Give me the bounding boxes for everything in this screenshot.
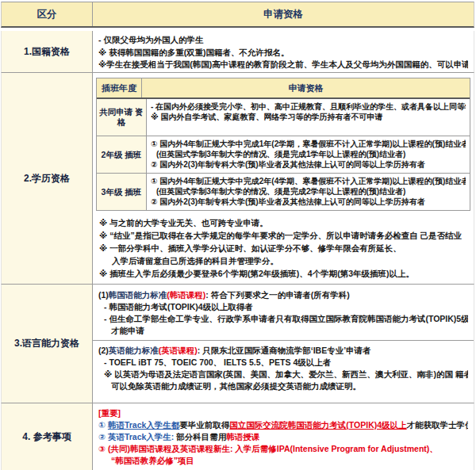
- reference-content: [重要] ①韩语Track入学生都要毕业前取得国立国际交流院韩国语能力考试(TO…: [93, 403, 474, 470]
- reference-label: 4. 参考事项: [2, 403, 93, 470]
- language-label: 3.语言能力资格: [2, 285, 93, 403]
- row-nationality: 1.国籍资格 - 仅限父母均为外国人的学生 ※ 获得韩国国籍的多重(双重)国籍者…: [1, 31, 474, 73]
- korean-line2: - 韩国语能力考试(TOPIK)4级以上取得者: [98, 301, 468, 313]
- transfer-year-table: 插班年度 申请资格 共同申请 资格 - 在国内外必须接受完小学、初中、高中正规教…: [96, 78, 470, 211]
- academic-label: 2.学历资格: [2, 73, 93, 284]
- year2-line1: ① 国内外4年制正规大学中完成1年(2学期，寒暑假班不计入正常学期)以上课程的(…: [151, 139, 466, 149]
- korean-desc: : 符合下列要求之一的申请者(所有学科): [205, 290, 349, 300]
- row-academic: 2.学历资格 插班年度 申请资格 共同申请 资格 - 在国内外必须接受完小学、初…: [1, 73, 474, 285]
- year3-line2: (但英国式学制3年制大学的情况、须是完成2学年以上课程的(预)结业者): [151, 186, 466, 197]
- year3-label: 3年级 插班: [97, 174, 147, 210]
- item2-red: 韩语授课: [226, 432, 259, 441]
- academic-note-5: ※ 插班生入学后必须最少要登录6个学期(第2年级插班)、4个学期(第3年级插班)…: [99, 267, 467, 280]
- academic-notes: ※ 与之前的大学专业无关、也可跨专业申请。 ※ “结业”是指已取得在各大学规定的…: [96, 211, 470, 280]
- nationality-line3: ※学生在接受相当于我国(韩国)高中课程的教育阶段之前、学生本人及父母均为外国国籍…: [98, 59, 468, 71]
- year3-line3: ② 国内外2(3)年制专科大学(预)毕业者及其他法律上认可的同等以上学历持有者: [151, 197, 466, 207]
- table-header-row: 区分 申请资格: [1, 2, 474, 28]
- year3-content: ① 国内外4年制正规大学中完成2年(4学期、寒暑假班不计入正常学期)以上课程的(…: [147, 174, 470, 210]
- header-cell-category: 区分: [2, 2, 93, 26]
- item1-blue-underlined: 韩语Track入学生都: [108, 420, 179, 430]
- important-tag: [重要]: [98, 407, 468, 419]
- item1-black1: 要毕业前取得: [179, 420, 229, 430]
- nationality-line1: - 仅限父母均为外国人的学生: [98, 34, 468, 47]
- item2-black: 部分科目需用: [174, 432, 226, 441]
- language-content: (1)韩国语能力标准(韩语课程): 符合下列要求之一的申请者(所有学科) - 韩…: [93, 285, 474, 403]
- english-line2: - TOEFL iBT 75、TOEIC 700、 IELTS 5.5、PETS…: [98, 357, 468, 369]
- reference-item2: ②英语Track入学生: 部分科目需用韩语授课: [98, 431, 468, 443]
- academic-note-3: ※ 一部分学科中、插班入学学分认证时、如认证学分不够、修学年限会有所延长、: [99, 242, 467, 254]
- nationality-content: - 仅限父母均为外国人的学生 ※ 获得韩国国籍的多重(双重)国籍者、不允许报名。…: [93, 31, 474, 72]
- common-label: 共同申请 资格: [97, 99, 147, 136]
- korean-course-tag: (韩语课程): [167, 290, 205, 300]
- item1-red-underlined: 国立国际交流院韩国语能力考试(TOPIK)4级以上: [229, 420, 406, 430]
- year2-line2: (但英国式学制3年制大学的情况、须是完成1学年以上课程的(预)结业者): [151, 149, 466, 159]
- item1-black2: 才能获取学士学位: [407, 420, 468, 430]
- year2-content: ① 国内外4年制正规大学中完成1年(2学期，寒暑假班不计入正常学期)以上课程的(…: [147, 136, 470, 173]
- transfer-table-header: 插班年度 申请资格: [97, 78, 470, 99]
- inner-header-year: 插班年度: [97, 78, 142, 97]
- reference-item3: ③(共同)韩国语课程及英语课程新生: 入学后需修IPA(Intensive Pr…: [98, 443, 468, 455]
- korean-line3: - 但生命工学部生命工学专业、行政学系申请者只有取得国立国际教育院韩国语能力考试…: [98, 313, 468, 325]
- row-language: 3.语言能力资格 (1)韩国语能力标准(韩语课程): 符合下列要求之一的申请者(…: [1, 285, 474, 403]
- common-line2: ※ 国内外自学考试、家庭教育、网络学习等的学历持有者不可申请: [151, 112, 466, 122]
- common-content: - 在国内外必须接受完小学、初中、高中正规教育、且顺利毕业的学生、或者具备以上同…: [147, 99, 470, 136]
- korean-line4: 才能申请: [98, 325, 468, 337]
- inner-header-qualification: 申请资格: [142, 78, 470, 97]
- nationality-line2: ※ 获得韩国国籍的多重(双重)国籍者、不允许报名。: [98, 47, 468, 59]
- reference-item3-cont: “韩国语教养必修”项目: [98, 455, 468, 467]
- inner-row-common: 共同申请 资格 - 在国内外必须接受完小学、初中、高中正规教育、且顺利毕业的学生…: [97, 99, 470, 136]
- korean-title: 韩国语能力标准: [109, 290, 167, 300]
- english-course-tag: (英语课程): [159, 346, 198, 355]
- header-cell-qualification: 申请资格: [93, 2, 474, 26]
- item3-red1: (共同)韩国语课程及英语课程新生: 入学后需修IPA(Intensive Pro…: [108, 444, 438, 453]
- english-line3: ※ 以英语为母语及法定语言国家(英国、美国、加拿大、爱尔兰、新西兰、澳大利亚、南…: [98, 369, 468, 380]
- nationality-label: 1.国籍资格: [2, 31, 93, 72]
- reference-item1: ①韩语Track入学生都要毕业前取得国立国际交流院韩国语能力考试(TOPIK)4…: [98, 419, 468, 431]
- row-reference: 4. 参考事项 [重要] ①韩语Track入学生都要毕业前取得国立国际交流院韩国…: [1, 403, 474, 470]
- academic-note-4: 入学后请留意自己所选择的科目并管理学分。: [99, 254, 467, 267]
- item3-red2: “韩国语教养必修”项目: [111, 456, 194, 465]
- item3-number: ③: [98, 444, 106, 453]
- inner-row-year2: 2年级 插班 ① 国内外4年制正规大学中完成1年(2学期，寒暑假班不计入正常学期…: [97, 136, 470, 173]
- english-prefix: (2): [98, 346, 109, 355]
- item2-number: ②: [98, 432, 106, 441]
- academic-note-1: ※ 与之前的大学专业无关、也可跨专业申请。: [99, 216, 467, 229]
- item1-number: ①: [98, 420, 106, 430]
- qualification-table: 区分 申请资格 1.国籍资格 - 仅限父母均为外国人的学生 ※ 获得韩国国籍的多…: [1, 2, 474, 470]
- academic-content: 插班年度 申请资格 共同申请 资格 - 在国内外必须接受完小学、初中、高中正规教…: [93, 73, 474, 284]
- common-line1: - 在国内外必须接受完小学、初中、高中正规教育、且顺利毕业的学生、或者具备以上同…: [151, 101, 466, 112]
- english-title: 英语能力标准: [109, 346, 159, 355]
- english-standard-heading: (2)英语能力标准(英语课程): 只限东北亚国际通商物流学部‘IBE专业’申请者: [98, 345, 468, 357]
- language-block-divider: [93, 340, 474, 341]
- english-line4: 可以免除英语能力成绩证明，其他国家必须提交英语能力成绩证明。: [98, 380, 468, 392]
- year2-label: 2年级 插班: [97, 136, 147, 173]
- korean-prefix: (1): [98, 290, 109, 300]
- english-desc: : 只限东北亚国际通商物流学部‘IBE专业’申请者: [198, 346, 371, 355]
- academic-note-2: ※ “结业”是指已取得在各大学规定的每学年要求的一定学分、所以申请时请务必检查自…: [99, 229, 467, 242]
- year3-line1: ① 国内外4年制正规大学中完成2年(4学期、寒暑假班不计入正常学期)以上课程的(…: [151, 176, 466, 186]
- year2-line3: ② 国内外2(3)年制专科大学(预)毕业者及其他法律上认可的同等以上学历持有者: [151, 159, 466, 170]
- korean-standard-heading: (1)韩国语能力标准(韩语课程): 符合下列要求之一的申请者(所有学科): [98, 289, 468, 301]
- inner-row-year3: 3年级 插班 ① 国内外4年制正规大学中完成2年(4学期、寒暑假班不计入正常学期…: [97, 173, 470, 210]
- item2-blue: 英语Track入学生:: [108, 432, 174, 441]
- admission-qualification-page: 区分 申请资格 1.国籍资格 - 仅限父母均为外国人的学生 ※ 获得韩国国籍的多…: [0, 0, 476, 470]
